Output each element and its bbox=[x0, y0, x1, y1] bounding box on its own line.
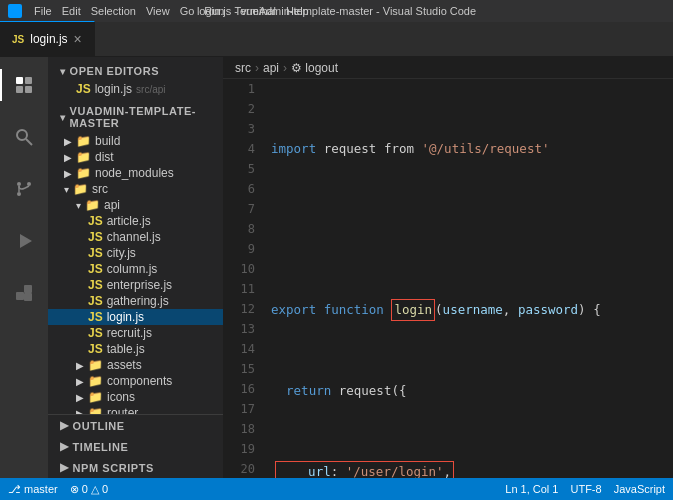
menu-edit[interactable]: Edit bbox=[62, 5, 81, 17]
js-recruit-icon: JS bbox=[88, 326, 103, 340]
tree-item-api[interactable]: ▾ 📁 api bbox=[48, 197, 223, 213]
tree-item-enterprise[interactable]: JS enterprise.js bbox=[48, 277, 223, 293]
tree-item-gathering[interactable]: JS gathering.js bbox=[48, 293, 223, 309]
npm-scripts-label: NPM SCRIPTS bbox=[73, 462, 154, 474]
svg-rect-13 bbox=[24, 293, 32, 301]
title-bar-title: login.js - vueAdmin-template-master - Vi… bbox=[197, 5, 476, 17]
folder-components-arrow: ▶ bbox=[76, 376, 84, 387]
js-city-icon: JS bbox=[88, 246, 103, 260]
timeline-label: TIMELINE bbox=[73, 441, 129, 453]
code-line-3: export function login(username, password… bbox=[271, 299, 673, 321]
js-column-icon: JS bbox=[88, 262, 103, 276]
js-gathering-icon: JS bbox=[88, 294, 103, 308]
svg-line-5 bbox=[26, 139, 32, 145]
status-language[interactable]: JavaScript bbox=[614, 483, 665, 495]
status-encoding[interactable]: UTF-8 bbox=[570, 483, 601, 495]
breadcrumb-api[interactable]: api bbox=[263, 61, 279, 75]
code-line-1: import request from '@/utils/request' bbox=[271, 139, 673, 159]
svg-rect-0 bbox=[16, 77, 23, 84]
open-editors-label: OPEN EDITORS bbox=[70, 65, 160, 77]
folder-icons-label: icons bbox=[107, 390, 135, 404]
js-table-icon: JS bbox=[88, 342, 103, 356]
title-bar: File Edit Selection View Go Run Terminal… bbox=[0, 0, 673, 22]
file-article-label: article.js bbox=[107, 214, 151, 228]
status-errors: ⊗ 0 △ 0 bbox=[70, 483, 108, 496]
tree-item-icons[interactable]: ▶ 📁 icons bbox=[48, 389, 223, 405]
folder-components-icon: 📁 bbox=[88, 374, 103, 388]
code-content[interactable]: import request from '@/utils/request' ex… bbox=[263, 79, 673, 478]
file-enterprise-label: enterprise.js bbox=[107, 278, 172, 292]
highlight-url-login: url: '/user/login', bbox=[275, 461, 454, 478]
breadcrumb-src[interactable]: src bbox=[235, 61, 251, 75]
tree-item-dist[interactable]: ▶ 📁 dist bbox=[48, 149, 223, 165]
activity-bar bbox=[0, 57, 48, 478]
folder-build-icon: 📁 bbox=[76, 134, 91, 148]
js-login-icon: JS bbox=[88, 310, 103, 324]
menu-view[interactable]: View bbox=[146, 5, 170, 17]
status-bar: ⎇ master ⊗ 0 △ 0 Ln 1, Col 1 UTF-8 JavaS… bbox=[0, 478, 673, 500]
tree-item-article[interactable]: JS article.js bbox=[48, 213, 223, 229]
tree-item-router[interactable]: ▶ 📁 router bbox=[48, 405, 223, 414]
activity-search[interactable] bbox=[0, 113, 48, 161]
code-editor[interactable]: 1 2 3 4 5 6 7 8 9 10 11 12 13 14 15 16 1… bbox=[223, 79, 673, 478]
status-ln-col[interactable]: Ln 1, Col 1 bbox=[505, 483, 558, 495]
file-city-label: city.js bbox=[107, 246, 136, 260]
activity-explorer[interactable] bbox=[0, 61, 48, 109]
svg-point-8 bbox=[17, 192, 21, 196]
tree-item-components[interactable]: ▶ 📁 components bbox=[48, 373, 223, 389]
svg-point-6 bbox=[17, 182, 21, 186]
js-file-icon: JS bbox=[76, 82, 91, 96]
tab-label: login.js bbox=[30, 32, 67, 46]
tree-item-channel[interactable]: JS channel.js bbox=[48, 229, 223, 245]
folder-dist-label: dist bbox=[95, 150, 114, 164]
file-gathering-label: gathering.js bbox=[107, 294, 169, 308]
menu-selection[interactable]: Selection bbox=[91, 5, 136, 17]
status-bar-left: ⎇ master ⊗ 0 △ 0 bbox=[8, 483, 108, 496]
folder-dist-icon: 📁 bbox=[76, 150, 91, 164]
activity-debug[interactable] bbox=[0, 217, 48, 265]
timeline-arrow: ▶ bbox=[60, 440, 69, 453]
tab-close-button[interactable]: × bbox=[74, 31, 82, 47]
project-label: VUADMIN-TEMPLATE-MASTER bbox=[70, 105, 211, 129]
tree-item-city[interactable]: JS city.js bbox=[48, 245, 223, 261]
tree-item-recruit[interactable]: JS recruit.js bbox=[48, 325, 223, 341]
folder-router-icon: 📁 bbox=[88, 406, 103, 414]
tab-login-js[interactable]: JS login.js × bbox=[0, 21, 95, 56]
activity-extensions[interactable] bbox=[0, 269, 48, 317]
tree-item-login[interactable]: JS login.js bbox=[48, 309, 223, 325]
folder-src-icon: 📁 bbox=[73, 182, 88, 196]
js-channel-icon: JS bbox=[88, 230, 103, 244]
folder-build-label: build bbox=[95, 134, 120, 148]
folder-node-modules-label: node_modules bbox=[95, 166, 174, 180]
status-branch[interactable]: ⎇ master bbox=[8, 483, 58, 496]
project-header[interactable]: ▾ VUADMIN-TEMPLATE-MASTER bbox=[48, 97, 223, 133]
tree-item-build[interactable]: ▶ 📁 build bbox=[48, 133, 223, 149]
tree-item-column[interactable]: JS column.js bbox=[48, 261, 223, 277]
folder-components-label: components bbox=[107, 374, 172, 388]
menu-go[interactable]: Go bbox=[180, 5, 195, 17]
open-editor-login-js[interactable]: JS login.js src/api bbox=[48, 81, 223, 97]
outline-section[interactable]: ▶ OUTLINE bbox=[48, 415, 223, 436]
file-login-label: login.js bbox=[107, 310, 144, 324]
timeline-section[interactable]: ▶ TIMELINE bbox=[48, 436, 223, 457]
activity-source-control[interactable] bbox=[0, 165, 48, 213]
tree-item-src[interactable]: ▾ 📁 src bbox=[48, 181, 223, 197]
tab-js-icon: JS bbox=[12, 34, 24, 45]
menu-file[interactable]: File bbox=[34, 5, 52, 17]
status-bar-right: Ln 1, Col 1 UTF-8 JavaScript bbox=[505, 483, 665, 495]
npm-scripts-section[interactable]: ▶ NPM SCRIPTS bbox=[48, 457, 223, 478]
breadcrumb-logout[interactable]: ⚙ logout bbox=[291, 61, 338, 75]
file-tree: ▾ OPEN EDITORS JS login.js src/api ▾ VUA… bbox=[48, 57, 223, 414]
tree-item-assets[interactable]: ▶ 📁 assets bbox=[48, 357, 223, 373]
svg-point-7 bbox=[27, 182, 31, 186]
code-line-4: return request({ bbox=[271, 381, 673, 401]
code-line-5: url: '/user/login', bbox=[271, 461, 673, 478]
vscode-icon bbox=[8, 4, 22, 18]
tree-item-node-modules[interactable]: ▶ 📁 node_modules bbox=[48, 165, 223, 181]
highlight-login: login bbox=[391, 299, 435, 321]
js-article-icon: JS bbox=[88, 214, 103, 228]
tree-item-table[interactable]: JS table.js bbox=[48, 341, 223, 357]
svg-rect-12 bbox=[24, 285, 32, 293]
open-editors-header[interactable]: ▾ OPEN EDITORS bbox=[48, 57, 223, 81]
folder-arrow-src-icon: ▾ bbox=[64, 184, 69, 195]
